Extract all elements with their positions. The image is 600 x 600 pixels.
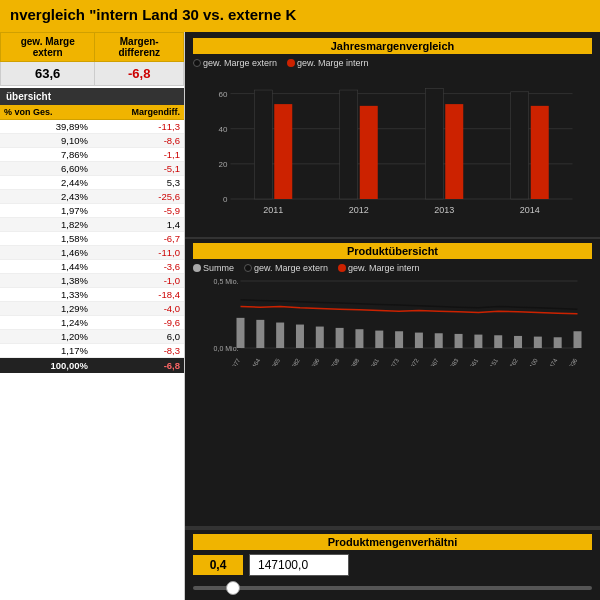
row-diff: -25,6 <box>92 190 184 204</box>
svg-text:P09100: P09100 <box>523 357 539 366</box>
bar-chart-title: Jahresmargenvergleich <box>193 38 592 54</box>
row-pct: 1,33% <box>0 288 92 302</box>
svg-rect-18 <box>531 106 549 199</box>
table-row: 2,43%-25,6 <box>0 190 184 204</box>
slider-thumb[interactable] <box>226 581 240 595</box>
svg-text:P10151: P10151 <box>484 357 500 366</box>
detail-header: übersicht <box>0 88 184 105</box>
row-diff: -11,0 <box>92 246 184 260</box>
table-row: 1,29%-4,0 <box>0 302 184 316</box>
svg-rect-40 <box>554 337 562 348</box>
row-pct: 7,86% <box>0 148 92 162</box>
svg-rect-24 <box>237 318 245 348</box>
bar-chart-area: 02040602011201220132014 <box>193 71 592 231</box>
table-row: 1,58%-6,7 <box>0 232 184 246</box>
svg-rect-17 <box>511 92 529 199</box>
table-row: 1,44%-3,6 <box>0 260 184 274</box>
svg-text:20: 20 <box>219 160 228 169</box>
row-pct: 1,97% <box>0 204 92 218</box>
table-row: 1,17%-8,3 <box>0 344 184 358</box>
svg-rect-12 <box>360 106 378 199</box>
svg-rect-34 <box>435 333 443 348</box>
svg-text:P01708: P01708 <box>325 357 341 366</box>
svg-text:P91762: P91762 <box>503 357 519 366</box>
svg-rect-28 <box>316 327 324 348</box>
svg-rect-33 <box>415 333 423 348</box>
row-diff: 5,3 <box>92 176 184 190</box>
table-row: 1,46%-11,0 <box>0 246 184 260</box>
row-diff: -9,6 <box>92 316 184 330</box>
svg-text:P17096: P17096 <box>305 357 321 366</box>
bar-chart-legend: gew. Marge extern gew. Marge intern <box>193 58 592 68</box>
row-pct: 1,20% <box>0 330 92 344</box>
legend-dot-extern <box>193 59 201 67</box>
legend-item-line-intern: gew. Marge intern <box>338 263 420 273</box>
svg-text:P09065: P09065 <box>265 357 281 366</box>
svg-rect-26 <box>276 323 284 348</box>
row-diff: -18,4 <box>92 288 184 302</box>
svg-text:P12474: P12474 <box>543 357 559 366</box>
row-pct: 1,17% <box>0 344 92 358</box>
svg-text:P01083: P01083 <box>444 357 460 366</box>
svg-text:P09961: P09961 <box>365 357 381 366</box>
svg-rect-35 <box>455 334 463 348</box>
bar-chart-section: Jahresmargenvergleich gew. Marge extern … <box>185 32 600 239</box>
svg-text:P03464: P03464 <box>246 357 262 366</box>
svg-text:P09972: P09972 <box>404 357 420 366</box>
legend-item-line-extern: gew. Marge extern <box>244 263 328 273</box>
svg-text:0: 0 <box>223 195 228 204</box>
page-header: nvergleich "intern Land 30 vs. externe K <box>0 0 600 32</box>
table-row: 1,24%-9,6 <box>0 316 184 330</box>
legend-item-extern: gew. Marge extern <box>193 58 277 68</box>
summary-col2-header: Margen-differenz <box>95 33 184 62</box>
row-diff: -5,1 <box>92 162 184 176</box>
table-row: 9,10%-8,6 <box>0 134 184 148</box>
row-diff: -8,3 <box>92 344 184 358</box>
slider-track <box>193 586 592 590</box>
bottom-section: Produktmengenverhältni 0,4 147100,0 <box>185 528 600 600</box>
bottom-input2[interactable]: 147100,0 <box>249 554 349 576</box>
table-row: 1,20%6,0 <box>0 330 184 344</box>
svg-rect-36 <box>474 335 482 348</box>
legend-dot-line-extern <box>244 264 252 272</box>
detail-table: % von Ges. Margendiff. 39,89%-11,39,10%-… <box>0 105 184 373</box>
detail-scroll-area[interactable]: % von Ges. Margendiff. 39,89%-11,39,10%-… <box>0 105 184 600</box>
svg-text:P01082: P01082 <box>285 357 301 366</box>
svg-rect-41 <box>574 331 582 348</box>
row-pct: 1,38% <box>0 274 92 288</box>
svg-rect-30 <box>355 329 363 348</box>
row-pct: 1,24% <box>0 316 92 330</box>
legend-label-extern: gew. Marge extern <box>203 58 277 68</box>
legend-item-intern: gew. Marge intern <box>287 58 369 68</box>
summary-col1-value: 63,6 <box>1 62 95 86</box>
row-diff: -1,0 <box>92 274 184 288</box>
svg-rect-15 <box>445 104 463 199</box>
svg-text:2014: 2014 <box>520 205 540 215</box>
bottom-input1[interactable]: 0,4 <box>193 555 243 575</box>
svg-rect-8 <box>254 90 272 199</box>
detail-footer-diff: -6,8 <box>92 358 184 374</box>
row-diff: -11,3 <box>92 120 184 134</box>
svg-text:P11073: P11073 <box>384 357 400 366</box>
svg-text:60: 60 <box>219 90 228 99</box>
svg-rect-31 <box>375 331 383 348</box>
svg-text:2011: 2011 <box>263 205 283 215</box>
svg-text:40: 40 <box>219 125 228 134</box>
line-chart-section: Produktübersicht Summe gew. Marge extern… <box>185 239 600 528</box>
header-title: nvergleich "intern Land 30 vs. externe K <box>10 6 296 23</box>
slider-container[interactable] <box>193 580 592 596</box>
table-row: 2,44%5,3 <box>0 176 184 190</box>
legend-label-summe: Summe <box>203 263 234 273</box>
svg-rect-14 <box>425 88 443 199</box>
row-diff: 6,0 <box>92 330 184 344</box>
row-diff: -8,6 <box>92 134 184 148</box>
svg-rect-9 <box>274 104 292 199</box>
table-row: 1,33%-18,4 <box>0 288 184 302</box>
svg-text:P13967: P13967 <box>424 357 440 366</box>
line-chart-title: Produktübersicht <box>193 243 592 259</box>
row-diff: 1,4 <box>92 218 184 232</box>
row-pct: 1,44% <box>0 260 92 274</box>
main-layout: gew. Marge extern Margen-differenz 63,6 … <box>0 32 600 600</box>
row-diff: -6,7 <box>92 232 184 246</box>
row-diff: -3,6 <box>92 260 184 274</box>
